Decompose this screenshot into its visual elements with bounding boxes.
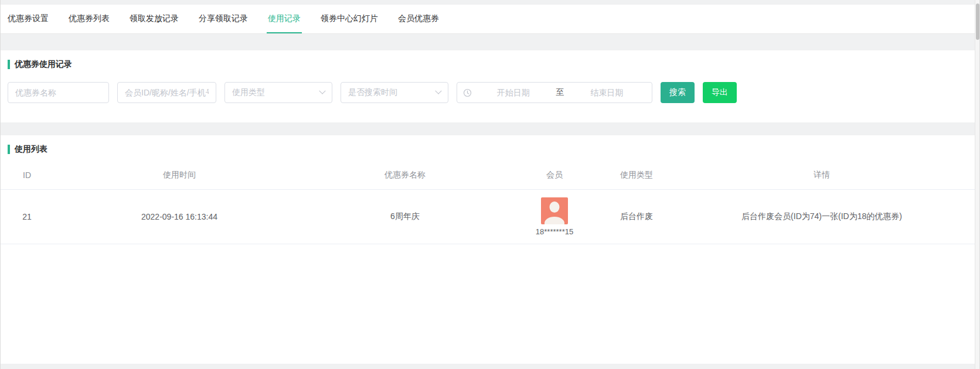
clock-icon	[463, 88, 472, 97]
date-range-picker[interactable]: 至	[457, 82, 652, 103]
member-phone: 18*******15	[505, 227, 604, 236]
scrollbar[interactable]	[975, 0, 979, 369]
tab-claim-issue-records[interactable]: 领取发放记录	[128, 5, 180, 33]
filter-panel: 优惠券使用记录 使用类型 是否搜索时间 至	[1, 50, 975, 122]
export-button[interactable]: 导出	[703, 82, 737, 103]
column-header-id: ID	[1, 161, 53, 189]
cell-use-time: 2022-09-16 16:13:44	[53, 189, 305, 244]
filter-panel-title: 优惠券使用记录	[15, 59, 72, 70]
use-type-select[interactable]: 使用类型	[224, 82, 332, 103]
column-header-member: 会员	[505, 161, 604, 189]
filter-section-title: 优惠券使用记录	[1, 50, 975, 70]
start-date-input[interactable]	[474, 88, 553, 97]
scrollbar-thumb[interactable]	[976, 4, 979, 40]
member-avatar	[541, 197, 568, 224]
tab-coupon-list[interactable]: 优惠券列表	[67, 5, 111, 33]
search-button[interactable]: 搜索	[661, 82, 695, 103]
usage-table: ID 使用时间 优惠券名称 会员 使用类型 详情 21 2022-09-16 1…	[1, 161, 975, 244]
tab-coupon-center-slides[interactable]: 领券中心幻灯片	[319, 5, 379, 33]
end-date-input[interactable]	[568, 88, 646, 97]
search-time-select-value: 是否搜索时间	[348, 87, 397, 98]
tab-member-coupons[interactable]: 会员优惠券	[397, 5, 440, 33]
cell-member: 18*******15	[505, 189, 604, 244]
spacer	[1, 122, 979, 135]
filter-row: 使用类型 是否搜索时间 至 搜索 导出	[1, 70, 975, 103]
cell-use-type: 后台作废	[604, 189, 669, 244]
cell-coupon-name: 6周年庆	[305, 189, 505, 244]
tab-coupon-settings[interactable]: 优惠券设置	[6, 5, 50, 33]
column-header-coupon-name: 优惠券名称	[305, 161, 505, 189]
cell-id: 21	[1, 189, 53, 244]
date-range-separator: 至	[553, 87, 568, 98]
table-row: 21 2022-09-16 16:13:44 6周年庆 18*******15 …	[1, 189, 975, 244]
tab-share-claim-records[interactable]: 分享领取记录	[198, 5, 249, 33]
column-header-use-time: 使用时间	[53, 161, 305, 189]
tab-bar: 优惠券设置 优惠券列表 领取发放记录 分享领取记录 使用记录 领券中心幻灯片 会…	[1, 5, 975, 34]
table-header-row: ID 使用时间 优惠券名称 会员 使用类型 详情	[1, 161, 975, 189]
list-panel-title: 使用列表	[15, 144, 47, 155]
title-accent-bar	[8, 145, 10, 154]
spacer	[1, 34, 979, 50]
cell-detail: 后台作废会员(ID为74)一张(ID为18的优惠券)	[669, 189, 975, 244]
avatar-head-shape	[550, 201, 560, 213]
coupon-admin-page: 优惠券设置 优惠券列表 领取发放记录 分享领取记录 使用记录 领券中心幻灯片 会…	[0, 0, 980, 369]
list-section-title: 使用列表	[1, 135, 975, 155]
chevron-down-icon	[435, 88, 441, 94]
chevron-down-icon	[319, 88, 325, 94]
column-header-detail: 详情	[669, 161, 975, 189]
use-type-select-value: 使用类型	[232, 87, 265, 98]
search-time-select[interactable]: 是否搜索时间	[341, 82, 448, 103]
coupon-name-input[interactable]	[8, 82, 109, 103]
tab-usage-records[interactable]: 使用记录	[267, 5, 302, 33]
usage-list-panel: 使用列表 ID 使用时间 优惠券名称 会员 使用类型 详情 21 2022-09…	[1, 135, 975, 364]
column-header-use-type: 使用类型	[604, 161, 669, 189]
top-strip	[1, 0, 979, 5]
title-accent-bar	[8, 60, 10, 69]
avatar-shoulders-shape	[545, 217, 564, 224]
member-search-input[interactable]	[117, 82, 216, 103]
